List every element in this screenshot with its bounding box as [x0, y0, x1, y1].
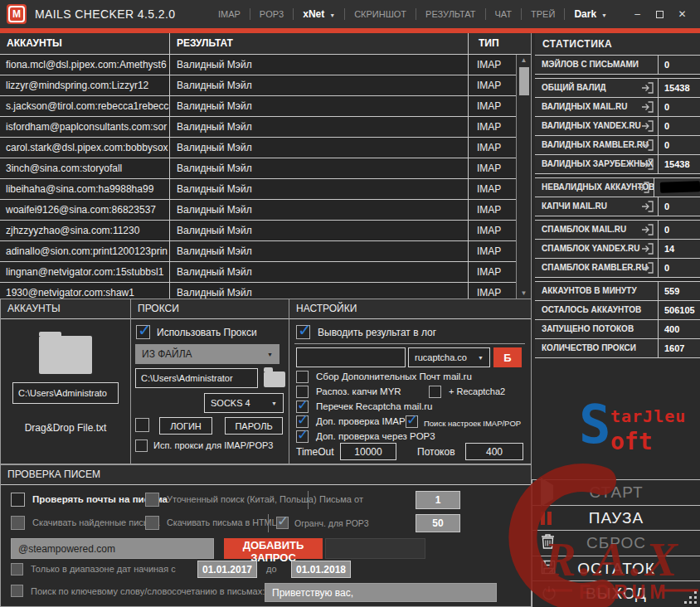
account-cell: s.jackson@tirol.com:rebecca1rebecca	[0, 96, 169, 116]
recaptcha2-checkbox[interactable]	[429, 386, 441, 398]
proxy-folder-icon[interactable]	[264, 371, 285, 387]
proxy-type-dropdown[interactable]: SOCKS 4▼	[204, 393, 284, 413]
maximize-button[interactable]	[649, 8, 671, 20]
export-icon[interactable]	[641, 200, 654, 213]
keyword-input[interactable]	[265, 583, 497, 602]
table-row[interactable]: lizzyr@mindspring.com:Lizzyr12Валидный М…	[0, 75, 516, 96]
type-cell: IMAP	[468, 117, 516, 137]
export-icon[interactable]	[641, 81, 654, 95]
download-letters-checkbox[interactable]	[11, 516, 25, 530]
exit-button[interactable]: ВЫХОД	[532, 581, 700, 607]
collect-mail-checkbox[interactable]	[296, 371, 309, 383]
keyword-checkbox[interactable]	[11, 585, 23, 597]
proxy-path-input[interactable]	[135, 368, 258, 388]
table-row[interactable]: carol.stark@dsl.pipex.com:bobbysoxВалидн…	[0, 138, 516, 158]
column-header-accounts[interactable]: АККАУНТЫ	[0, 33, 169, 54]
table-row[interactable]: woaifei9126@sina.com:86823537Валидный Мэ…	[0, 200, 516, 221]
menu-tray[interactable]: ТРЕЙ	[522, 9, 564, 19]
column-header-type[interactable]: ТИП	[468, 33, 531, 54]
date-to-input[interactable]	[291, 561, 351, 578]
table-row[interactable]: 3inch@sina.com:storyofallВалидный МэйлIM…	[0, 158, 516, 179]
export-icon[interactable]	[641, 223, 654, 236]
table-scrollbar[interactable]: ▲ ▼	[516, 55, 531, 299]
download-html-checkbox[interactable]	[145, 516, 159, 530]
query-secondary-button[interactable]	[325, 538, 425, 559]
date-range-checkbox[interactable]	[11, 563, 23, 575]
maximize-icon	[656, 11, 664, 18]
menu-xnet-dropdown[interactable]: xNet▼	[294, 8, 344, 20]
start-button[interactable]: СТАРТ	[532, 480, 700, 506]
threads-input[interactable]	[465, 443, 523, 460]
pop3-limit-checkbox[interactable]: ✓	[276, 517, 289, 529]
password-button[interactable]: ПАРОЛЬ	[225, 417, 283, 435]
export-icon[interactable]	[641, 261, 654, 274]
stat-label: КОЛИЧЕСТВО ПРОКСИ	[542, 343, 636, 352]
scroll-down-icon[interactable]: ▼	[521, 288, 527, 299]
export-icon[interactable]	[641, 119, 654, 133]
table-row[interactable]: lingnan@netvigator.com:15stubbsl1Валидны…	[0, 262, 516, 283]
export-icon[interactable]	[641, 100, 654, 114]
table-row[interactable]: libeihaha@sina.com:ha9988ha99Валидный Мэ…	[0, 179, 516, 200]
result-cell: Валидный Мэйл	[169, 241, 468, 261]
table-row[interactable]: isfordham@paplconsultants.com:sorВалидны…	[0, 117, 516, 138]
column-header-result[interactable]: РЕЗУЛЬТАТ	[169, 33, 468, 54]
close-button[interactable]: ✕	[671, 8, 693, 20]
accounts-path-input[interactable]	[12, 382, 119, 404]
query-input[interactable]	[11, 538, 214, 559]
scroll-up-icon[interactable]: ▲	[521, 55, 527, 66]
stat-value: 0	[658, 56, 700, 74]
pop3-limit-input[interactable]	[416, 514, 460, 532]
imap-settings-checkbox[interactable]: ✓	[406, 415, 418, 428]
pause-button[interactable]: ПАУЗА	[532, 506, 700, 532]
date-from-input[interactable]	[197, 561, 257, 578]
proxy-source-dropdown[interactable]: ИЗ ФАЙЛА▼	[135, 344, 280, 364]
table-row[interactable]: zjhzzyyzhao@sina.com:11230Валидный МэйлI…	[0, 221, 516, 241]
timeout-input[interactable]	[340, 443, 396, 460]
minimize-button[interactable]: –	[626, 8, 649, 20]
export-icon[interactable]	[641, 242, 654, 255]
use-proxy-checkbox[interactable]: ✓	[136, 325, 150, 339]
menu-chat[interactable]: ЧАТ	[486, 9, 522, 19]
stat-value: 0	[658, 197, 700, 216]
stat-row: ВАЛИДНЫХ MAIL.RU 0	[535, 98, 700, 117]
login-button[interactable]: ЛОГИН	[159, 417, 212, 435]
resize-grip[interactable]	[684, 591, 698, 605]
proxy-imap-pop3-checkbox[interactable]	[135, 439, 148, 452]
menu-imap[interactable]: IMAP	[209, 9, 250, 19]
stat-row: АККАУНТОВ В МИНУТУ 559	[535, 282, 700, 301]
stat-row: СПАМБЛОК RAMBLER.RU 0	[535, 259, 700, 278]
export-icon[interactable]	[641, 138, 654, 152]
letters-from-input[interactable]	[416, 491, 460, 509]
menu-screenshot[interactable]: СКРИНШОТ	[345, 9, 416, 19]
table-row[interactable]: 1930@netvigator.com:shaw1Валидный МэйлIM…	[0, 283, 516, 299]
captcha-service-dropdown[interactable]: rucaptcha.co▼	[408, 347, 490, 367]
table-row[interactable]: adinallo@sion.com:print1200123prinВалидн…	[0, 241, 516, 262]
stat-row: КОЛИЧЕСТВО ПРОКСИ 1607	[535, 339, 700, 358]
menu-pop3[interactable]: POP3	[250, 9, 293, 19]
pop3-check-checkbox[interactable]: ✓	[296, 430, 309, 443]
log-checkbox[interactable]: ✓	[296, 325, 310, 339]
reset-button[interactable]: СБРОС	[532, 531, 700, 556]
remainder-button[interactable]: ОСТАТОК	[532, 556, 700, 582]
export-icon[interactable]	[637, 181, 650, 194]
check-mail-checkbox[interactable]	[11, 493, 25, 507]
folder-icon[interactable]	[39, 336, 92, 374]
stat-row: ОСТАЛОСЬ АККАУНТОВ 506105	[535, 301, 700, 320]
account-cell: isfordham@paplconsultants.com:sor	[0, 117, 169, 137]
timeout-label: TimeOut	[296, 446, 334, 458]
add-query-button[interactable]: ДОБАВИТЬ ЗАПРОС	[224, 538, 323, 559]
table-row[interactable]: fiona.mcl@dsl.pipex.com:Amethyst6Валидны…	[0, 55, 516, 75]
theme-dropdown[interactable]: Dark▼	[565, 8, 616, 20]
table-row[interactable]: s.jackson@tirol.com:rebecca1rebeccaВалид…	[0, 96, 516, 117]
captcha-key-input[interactable]	[296, 347, 406, 367]
scrollbar-thumb[interactable]	[519, 67, 529, 95]
menu-result[interactable]: РЕЗУЛЬТАТ	[416, 9, 484, 19]
account-cell: libeihaha@sina.com:ha9988ha99	[0, 179, 169, 199]
refined-search-checkbox[interactable]	[145, 493, 159, 507]
proxy-type-value: SOCKS 4	[211, 398, 250, 408]
balance-button[interactable]: Б	[493, 347, 522, 367]
type-cell: IMAP	[468, 200, 516, 220]
imap-settings-label: Поиск настроек IMAP/POP	[424, 419, 521, 428]
proxy-auth-checkbox[interactable]	[135, 418, 149, 432]
export-icon[interactable]	[641, 158, 654, 171]
